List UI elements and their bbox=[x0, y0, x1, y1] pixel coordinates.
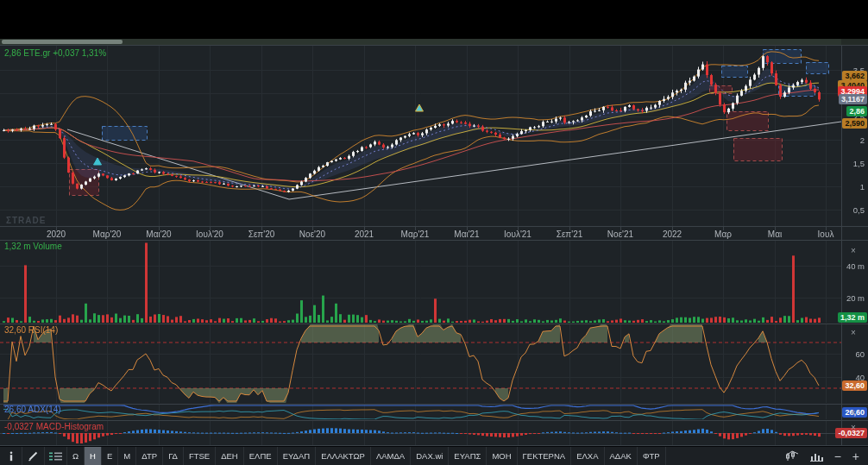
pane-close-button[interactable]: × bbox=[851, 408, 856, 418]
price-level-label: 3,1167 bbox=[839, 94, 867, 104]
ticker-tab-Μ[interactable]: Μ bbox=[118, 447, 136, 465]
ticker-tab-ΕΛΧΑ[interactable]: ΕΛΧΑ bbox=[571, 447, 604, 465]
volume-legend[interactable]: 1,32 m Volume bbox=[4, 242, 62, 251]
time-axis-label: Μαρ bbox=[714, 229, 732, 239]
ticker-tab-ΑΔΑΚ[interactable]: ΑΔΑΚ bbox=[605, 447, 638, 465]
pencil-icon[interactable] bbox=[22, 447, 45, 465]
time-axis-label: 2022 bbox=[663, 229, 682, 239]
pane-close-button[interactable]: × bbox=[851, 423, 856, 432]
pane-close-button[interactable]: × bbox=[851, 246, 856, 255]
price-tick-label: 40 m bbox=[841, 261, 865, 271]
ticker-tab-ΔΤΡ[interactable]: ΔΤΡ bbox=[136, 447, 163, 465]
platform-watermark: ΣTRADE bbox=[6, 216, 46, 225]
ticker-tab-Η[interactable]: Η bbox=[85, 447, 102, 465]
zoom-out-icon[interactable]: − bbox=[834, 450, 841, 462]
ticker-tab-ΛΑΜΔΑ[interactable]: ΛΑΜΔΑ bbox=[371, 447, 411, 465]
ticker-tab-ΕΥΑΠΣ[interactable]: ΕΥΑΠΣ bbox=[449, 447, 487, 465]
bottom-toolbar: ΩΗΕΜΔΤΡΓΔFTSEΔΕΗΕΛΠΕΕΥΔΑΠΕΛΛΑΚΤΩΡΛΑΜΔΑDA… bbox=[0, 446, 868, 465]
rsi-value-label: 32,60 bbox=[842, 380, 867, 391]
time-axis-label: Μαι'21 bbox=[454, 229, 479, 239]
ticker-tab-ΦΤΡ[interactable]: ΦΤΡ bbox=[638, 447, 666, 465]
pane-close-button[interactable]: × bbox=[851, 328, 856, 337]
layers-icon[interactable] bbox=[45, 447, 67, 465]
ticker-tab-ΕΛΛΑΚΤΩΡ[interactable]: ΕΛΛΑΚΤΩΡ bbox=[316, 447, 371, 465]
rsi-legend[interactable]: 32,60 RSI(14) bbox=[4, 325, 58, 335]
time-axis-label: Ιουλ'20 bbox=[196, 229, 223, 239]
histogram-icon[interactable] bbox=[810, 451, 823, 462]
labels-layer: 2,86 ETE.gr +0,037 1,31% ΣTRADE 1,32 m V… bbox=[0, 0, 868, 465]
trading-app-window: 2,86 ETE.gr +0,037 1,31% ΣTRADE 1,32 m V… bbox=[0, 0, 868, 465]
price-tick-label: 2 bbox=[841, 135, 865, 145]
price-tick-label: 60 bbox=[841, 349, 865, 359]
ticker-tab-DAX.wi[interactable]: DAX.wi bbox=[411, 447, 449, 465]
ticker-tab-ΕΛΠΕ[interactable]: ΕΛΠΕ bbox=[244, 447, 278, 465]
ticker-tab-Ε[interactable]: Ε bbox=[102, 447, 118, 465]
info-icon[interactable] bbox=[0, 447, 22, 465]
candlestick-chart-icon[interactable] bbox=[785, 450, 799, 462]
time-axis-label: Σεπ'20 bbox=[248, 229, 275, 239]
time-axis-label: Μαι'20 bbox=[146, 229, 171, 239]
time-axis-label: Σεπ'21 bbox=[557, 229, 583, 239]
ticker-tab-Ω[interactable]: Ω bbox=[67, 447, 85, 465]
price-tick-label: 20 m bbox=[841, 293, 865, 303]
time-axis-label: Ιουλ bbox=[818, 229, 834, 239]
price-tick-label: 0,5 bbox=[841, 205, 865, 215]
ticker-tab-ΕΥΔΑΠ[interactable]: ΕΥΔΑΠ bbox=[278, 447, 317, 465]
time-axis-label: 2020 bbox=[47, 229, 66, 239]
ticker-tab-ΔΕΗ[interactable]: ΔΕΗ bbox=[216, 447, 244, 465]
ticker-tab-ΓΔ[interactable]: ΓΔ bbox=[163, 447, 184, 465]
price-tick-label: 1 bbox=[841, 182, 865, 192]
price-tick-label: 1,5 bbox=[841, 159, 865, 168]
time-axis-label: Νοε'20 bbox=[299, 229, 325, 239]
ticker-tab-FTSE[interactable]: FTSE bbox=[184, 447, 216, 465]
symbol-legend[interactable]: 2,86 ETE.gr +0,037 1,31% bbox=[4, 48, 106, 58]
volume-value-label: 1,32 m bbox=[838, 312, 867, 323]
time-axis-label: 2021 bbox=[355, 229, 374, 239]
ticker-tab-ΓΕΚΤΕΡΝΑ[interactable]: ΓΕΚΤΕΡΝΑ bbox=[518, 447, 572, 465]
time-axis-label: Ιουλ'21 bbox=[504, 229, 531, 239]
time-axis-label: Μαρ'20 bbox=[93, 229, 122, 239]
time-axis-label: Μαρ'21 bbox=[401, 229, 430, 239]
time-axis-label: Μαι bbox=[768, 229, 782, 239]
zoom-in-icon[interactable]: + bbox=[852, 450, 859, 462]
macd-legend[interactable]: -0,0327 MACD-Histogram bbox=[4, 422, 104, 431]
time-axis-label: Νοε'21 bbox=[607, 229, 633, 239]
price-level-label: 2,590 bbox=[842, 118, 867, 129]
adx-legend[interactable]: 26,60 ADX(14) bbox=[4, 405, 61, 414]
ticker-tab-ΜΟΗ[interactable]: ΜΟΗ bbox=[487, 447, 517, 465]
price-level-label: 2,86 bbox=[846, 106, 867, 116]
